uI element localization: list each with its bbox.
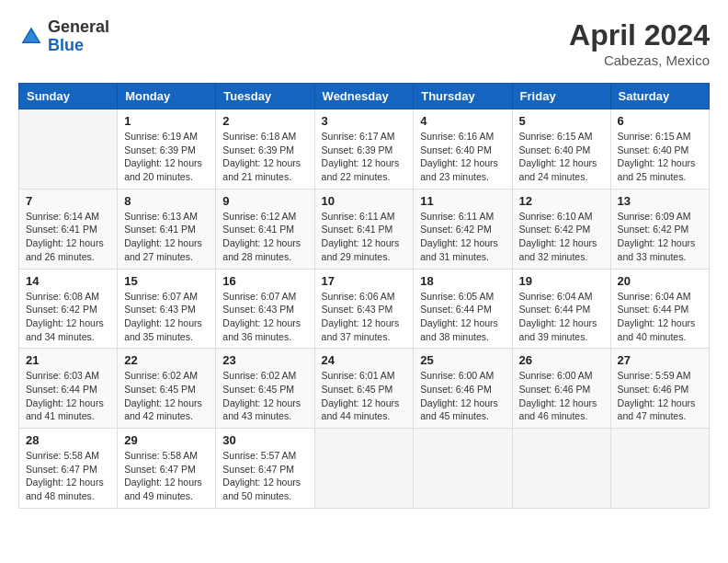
calendar-body: 1Sunrise: 6:19 AM Sunset: 6:39 PM Daylig… <box>19 109 710 509</box>
calendar-week-4: 21Sunrise: 6:03 AM Sunset: 6:44 PM Dayli… <box>19 349 710 429</box>
calendar-week-1: 1Sunrise: 6:19 AM Sunset: 6:39 PM Daylig… <box>19 109 710 190</box>
day-number: 23 <box>222 353 307 367</box>
day-number: 15 <box>124 274 209 288</box>
day-info: Sunrise: 6:04 AM Sunset: 6:44 PM Dayligh… <box>519 290 604 344</box>
calendar-cell: 5Sunrise: 6:15 AM Sunset: 6:40 PM Daylig… <box>512 109 610 190</box>
day-number: 29 <box>124 433 209 447</box>
day-info: Sunrise: 6:10 AM Sunset: 6:42 PM Dayligh… <box>519 210 604 264</box>
calendar-cell: 20Sunrise: 6:04 AM Sunset: 6:44 PM Dayli… <box>610 269 709 349</box>
weekday-header-row: SundayMondayTuesdayWednesdayThursdayFrid… <box>19 84 710 109</box>
calendar-cell: 27Sunrise: 5:59 AM Sunset: 6:46 PM Dayli… <box>610 349 709 429</box>
calendar-week-2: 7Sunrise: 6:14 AM Sunset: 6:41 PM Daylig… <box>19 189 710 269</box>
calendar-week-3: 14Sunrise: 6:08 AM Sunset: 6:42 PM Dayli… <box>19 269 710 349</box>
calendar-cell <box>414 429 512 509</box>
calendar-cell: 29Sunrise: 5:58 AM Sunset: 6:47 PM Dayli… <box>118 429 216 509</box>
day-info: Sunrise: 6:16 AM Sunset: 6:40 PM Dayligh… <box>420 130 505 184</box>
calendar-cell: 15Sunrise: 6:07 AM Sunset: 6:43 PM Dayli… <box>118 269 216 349</box>
calendar-cell: 12Sunrise: 6:10 AM Sunset: 6:42 PM Dayli… <box>512 189 610 269</box>
logo-general-text: General <box>48 18 109 37</box>
calendar-table: SundayMondayTuesdayWednesdayThursdayFrid… <box>18 83 710 509</box>
day-number: 10 <box>322 194 407 208</box>
calendar-cell: 25Sunrise: 6:00 AM Sunset: 6:46 PM Dayli… <box>414 349 512 429</box>
day-number: 12 <box>519 194 604 208</box>
calendar-cell: 21Sunrise: 6:03 AM Sunset: 6:44 PM Dayli… <box>19 349 118 429</box>
day-info: Sunrise: 6:09 AM Sunset: 6:42 PM Dayligh… <box>618 210 702 264</box>
calendar-cell: 26Sunrise: 6:00 AM Sunset: 6:46 PM Dayli… <box>512 349 610 429</box>
day-info: Sunrise: 5:58 AM Sunset: 6:47 PM Dayligh… <box>124 449 209 503</box>
day-info: Sunrise: 6:07 AM Sunset: 6:43 PM Dayligh… <box>124 290 209 344</box>
day-number: 22 <box>124 353 209 367</box>
day-number: 5 <box>519 114 604 128</box>
calendar-cell: 1Sunrise: 6:19 AM Sunset: 6:39 PM Daylig… <box>118 109 216 190</box>
calendar-cell <box>610 429 709 509</box>
weekday-header-tuesday: Tuesday <box>216 84 314 109</box>
title-block: April 2024 Cabezas, Mexico <box>569 18 710 68</box>
day-number: 20 <box>618 274 702 288</box>
day-info: Sunrise: 6:07 AM Sunset: 6:43 PM Dayligh… <box>222 290 307 344</box>
calendar-cell: 10Sunrise: 6:11 AM Sunset: 6:41 PM Dayli… <box>314 189 414 269</box>
calendar-header: SundayMondayTuesdayWednesdayThursdayFrid… <box>19 84 710 109</box>
page-header: General Blue April 2024 Cabezas, Mexico <box>18 18 710 68</box>
day-info: Sunrise: 6:08 AM Sunset: 6:42 PM Dayligh… <box>26 290 110 344</box>
day-number: 8 <box>124 194 209 208</box>
calendar-cell: 17Sunrise: 6:06 AM Sunset: 6:43 PM Dayli… <box>314 269 414 349</box>
weekday-header-saturday: Saturday <box>610 84 709 109</box>
logo: General Blue <box>18 18 109 55</box>
weekday-header-friday: Friday <box>512 84 610 109</box>
day-number: 11 <box>420 194 505 208</box>
location-subtitle: Cabezas, Mexico <box>569 52 710 68</box>
day-info: Sunrise: 6:17 AM Sunset: 6:39 PM Dayligh… <box>322 130 407 184</box>
day-info: Sunrise: 5:57 AM Sunset: 6:47 PM Dayligh… <box>222 449 307 503</box>
day-info: Sunrise: 6:03 AM Sunset: 6:44 PM Dayligh… <box>26 369 110 423</box>
day-info: Sunrise: 6:14 AM Sunset: 6:41 PM Dayligh… <box>26 210 110 264</box>
day-info: Sunrise: 6:18 AM Sunset: 6:39 PM Dayligh… <box>222 130 307 184</box>
day-info: Sunrise: 6:12 AM Sunset: 6:41 PM Dayligh… <box>222 210 307 264</box>
day-number: 18 <box>420 274 505 288</box>
day-info: Sunrise: 6:04 AM Sunset: 6:44 PM Dayligh… <box>618 290 702 344</box>
day-number: 1 <box>124 114 209 128</box>
day-info: Sunrise: 6:05 AM Sunset: 6:44 PM Dayligh… <box>420 290 505 344</box>
weekday-header-monday: Monday <box>118 84 216 109</box>
logo-icon <box>18 24 44 50</box>
month-year-title: April 2024 <box>569 18 710 52</box>
day-number: 25 <box>420 353 505 367</box>
day-number: 24 <box>322 353 407 367</box>
day-info: Sunrise: 6:15 AM Sunset: 6:40 PM Dayligh… <box>519 130 604 184</box>
calendar-cell: 7Sunrise: 6:14 AM Sunset: 6:41 PM Daylig… <box>19 189 118 269</box>
day-number: 13 <box>618 194 702 208</box>
calendar-cell: 16Sunrise: 6:07 AM Sunset: 6:43 PM Dayli… <box>216 269 314 349</box>
day-info: Sunrise: 6:00 AM Sunset: 6:46 PM Dayligh… <box>420 369 505 423</box>
calendar-cell: 14Sunrise: 6:08 AM Sunset: 6:42 PM Dayli… <box>19 269 118 349</box>
day-info: Sunrise: 6:01 AM Sunset: 6:45 PM Dayligh… <box>322 369 407 423</box>
logo-blue-text: Blue <box>48 37 109 55</box>
calendar-cell <box>19 109 118 190</box>
day-info: Sunrise: 6:02 AM Sunset: 6:45 PM Dayligh… <box>124 369 209 423</box>
day-number: 21 <box>26 353 110 367</box>
day-info: Sunrise: 5:59 AM Sunset: 6:46 PM Dayligh… <box>618 369 702 423</box>
calendar-cell: 22Sunrise: 6:02 AM Sunset: 6:45 PM Dayli… <box>118 349 216 429</box>
day-info: Sunrise: 5:58 AM Sunset: 6:47 PM Dayligh… <box>26 449 110 503</box>
day-info: Sunrise: 6:00 AM Sunset: 6:46 PM Dayligh… <box>519 369 604 423</box>
logo-text: General Blue <box>48 18 109 55</box>
calendar-cell: 3Sunrise: 6:17 AM Sunset: 6:39 PM Daylig… <box>314 109 414 190</box>
calendar-cell: 9Sunrise: 6:12 AM Sunset: 6:41 PM Daylig… <box>216 189 314 269</box>
day-number: 6 <box>618 114 702 128</box>
calendar-cell: 18Sunrise: 6:05 AM Sunset: 6:44 PM Dayli… <box>414 269 512 349</box>
calendar-cell: 30Sunrise: 5:57 AM Sunset: 6:47 PM Dayli… <box>216 429 314 509</box>
day-info: Sunrise: 6:11 AM Sunset: 6:42 PM Dayligh… <box>420 210 505 264</box>
calendar-cell: 28Sunrise: 5:58 AM Sunset: 6:47 PM Dayli… <box>19 429 118 509</box>
calendar-cell: 19Sunrise: 6:04 AM Sunset: 6:44 PM Dayli… <box>512 269 610 349</box>
calendar-cell: 4Sunrise: 6:16 AM Sunset: 6:40 PM Daylig… <box>414 109 512 190</box>
day-info: Sunrise: 6:19 AM Sunset: 6:39 PM Dayligh… <box>124 130 209 184</box>
day-info: Sunrise: 6:15 AM Sunset: 6:40 PM Dayligh… <box>618 130 702 184</box>
calendar-week-5: 28Sunrise: 5:58 AM Sunset: 6:47 PM Dayli… <box>19 429 710 509</box>
weekday-header-wednesday: Wednesday <box>314 84 414 109</box>
day-number: 16 <box>222 274 307 288</box>
day-number: 19 <box>519 274 604 288</box>
day-number: 26 <box>519 353 604 367</box>
day-info: Sunrise: 6:02 AM Sunset: 6:45 PM Dayligh… <box>222 369 307 423</box>
day-number: 28 <box>26 433 110 447</box>
calendar-cell: 23Sunrise: 6:02 AM Sunset: 6:45 PM Dayli… <box>216 349 314 429</box>
calendar-cell: 6Sunrise: 6:15 AM Sunset: 6:40 PM Daylig… <box>610 109 709 190</box>
day-number: 2 <box>222 114 307 128</box>
